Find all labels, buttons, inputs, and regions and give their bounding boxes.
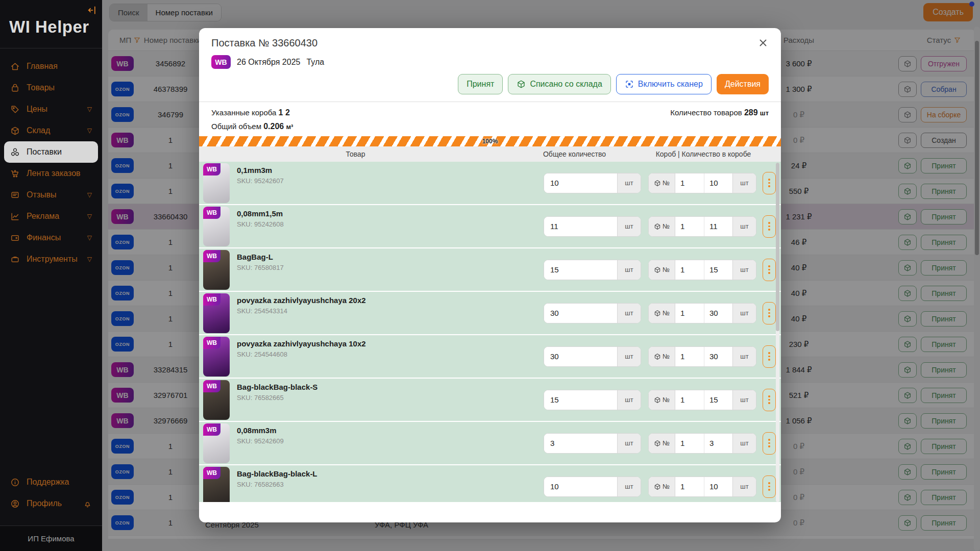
box-icon — [654, 180, 661, 187]
box-quantity-input[interactable] — [704, 173, 732, 193]
product-row: WB BagBag-L SKU: 76580817 шт № шт — [199, 248, 781, 292]
info-icon — [10, 478, 20, 487]
box-quantity-input[interactable] — [704, 434, 732, 453]
written-off-button[interactable]: Списано со склада — [508, 74, 610, 94]
box-icon — [654, 483, 661, 490]
sidebar-item-ads[interactable]: Реклама ▽ — [4, 206, 98, 227]
progress-bar: 100% — [199, 136, 781, 146]
sidebar-item-orders-feed[interactable]: Лента заказов — [4, 163, 98, 184]
chart-icon — [10, 212, 20, 221]
box-number-input[interactable] — [675, 260, 704, 280]
wb-badge: WB — [203, 423, 220, 436]
box-group: № шт — [648, 303, 756, 323]
wb-badge: WB — [203, 250, 220, 262]
box-number-input[interactable] — [675, 434, 704, 453]
box-number-label: № — [649, 390, 675, 410]
box-quantity-input[interactable] — [704, 390, 732, 410]
row-menu-button[interactable] — [763, 259, 776, 281]
product-thumbnail: WB — [203, 293, 230, 333]
quantity-input[interactable] — [544, 390, 617, 410]
box-number-input[interactable] — [675, 304, 704, 323]
sidebar-item-home[interactable]: Главная — [4, 56, 98, 77]
home-icon — [10, 62, 20, 71]
unit-label: шт — [617, 477, 641, 496]
row-menu-button[interactable] — [763, 475, 776, 498]
quantity-group: шт — [544, 390, 641, 410]
product-name: 0,08mm3m — [237, 426, 284, 435]
box-number-input[interactable] — [675, 347, 704, 366]
quantity-input[interactable] — [544, 477, 617, 496]
items-count-info: Количество товаров 289 шт — [670, 108, 769, 117]
row-menu-button[interactable] — [763, 432, 776, 455]
cart-icon — [10, 169, 20, 179]
box-number-input[interactable] — [675, 477, 704, 496]
box-quantity-input[interactable] — [704, 260, 732, 280]
row-menu-button[interactable] — [763, 302, 776, 324]
box-icon — [654, 310, 661, 317]
wb-badge: WB — [203, 207, 220, 219]
unit-label: шт — [732, 260, 756, 280]
sidebar-item-profile[interactable]: Профиль — [4, 493, 98, 514]
chevron-down-icon: ▽ — [87, 213, 92, 220]
box-number-input[interactable] — [675, 173, 704, 193]
box-group: № шт — [648, 390, 756, 410]
sidebar-item-warehouse[interactable]: Склад ▽ — [4, 120, 98, 141]
product-rows: WB 0,1mm3m SKU: 95242607 шт № шт WB 0,08… — [199, 162, 781, 502]
box-group: № шт — [648, 260, 756, 280]
quantity-input[interactable] — [544, 260, 617, 280]
sidebar-collapse-button[interactable] — [87, 5, 97, 15]
sidebar-item-support[interactable]: Поддержка — [4, 471, 98, 493]
product-sku: SKU: 254544608 — [237, 350, 366, 358]
unit-label: шт — [732, 304, 756, 323]
volume-info: Общий объем 0.206 м³ — [199, 122, 781, 131]
product-row: WB 0,08mm3m SKU: 95242609 шт № шт — [199, 422, 781, 465]
sidebar-item-reviews[interactable]: Отзывы ▽ — [4, 184, 98, 206]
quantity-input[interactable] — [544, 347, 617, 366]
sidebar-item-prices[interactable]: Цены ▽ — [4, 98, 98, 120]
product-name: Bag-blackBag-black-S — [237, 383, 317, 391]
sidebar-item-tools[interactable]: Инструменты ▽ — [4, 248, 98, 270]
sidebar-footer: Поддержка Профиль — [0, 471, 102, 514]
sidebar-item-products[interactable]: Товары — [4, 77, 98, 98]
row-menu-button[interactable] — [763, 389, 776, 411]
supply-date: 26 Октября 2025 — [237, 58, 300, 67]
row-menu-button[interactable] — [763, 345, 776, 368]
enable-scanner-button[interactable]: Включить сканер — [616, 74, 712, 94]
box-number-label: № — [649, 434, 675, 453]
box-group: № шт — [648, 173, 756, 193]
quantity-input[interactable] — [544, 173, 617, 193]
quantity-input[interactable] — [544, 217, 617, 236]
quantity-input[interactable] — [544, 304, 617, 323]
row-menu-button[interactable] — [763, 215, 776, 238]
quantity-group: шт — [544, 260, 641, 280]
quantity-input[interactable] — [544, 434, 617, 453]
row-menu-button[interactable] — [763, 172, 776, 194]
wb-badge: WB — [203, 163, 220, 176]
quantity-group: шт — [544, 346, 641, 367]
box-number-label: № — [649, 347, 675, 366]
box-quantity-input[interactable] — [704, 347, 732, 366]
box-quantity-input[interactable] — [704, 477, 732, 496]
column-product: Товар — [199, 150, 512, 158]
sidebar-item-finance[interactable]: Финансы ▽ — [4, 227, 98, 248]
actions-button[interactable]: Действия — [717, 74, 769, 94]
modal-scrollbar-thumb[interactable] — [776, 163, 779, 331]
sidebar-item-supplies[interactable]: Поставки — [4, 141, 98, 163]
close-button[interactable] — [757, 37, 769, 48]
product-thumbnail: WB — [203, 163, 230, 203]
product-sku: SKU: 95242609 — [237, 437, 284, 445]
product-name: 0,08mm1,5m — [237, 209, 284, 218]
modal-scrollbar[interactable] — [776, 163, 779, 502]
box-quantity-input[interactable] — [704, 217, 732, 236]
box-number-input[interactable] — [675, 217, 704, 236]
cube-icon — [10, 126, 20, 136]
wb-badge: WB — [203, 293, 220, 306]
chevron-down-icon: ▽ — [87, 106, 92, 113]
quantity-group: шт — [544, 173, 641, 193]
box-quantity-input[interactable] — [704, 304, 732, 323]
sidebar-divider — [0, 48, 102, 48]
bell-icon[interactable] — [83, 499, 92, 508]
box-number-input[interactable] — [675, 390, 704, 410]
accepted-button[interactable]: Принят — [458, 74, 503, 94]
sidebar-menu: Главная Товары Цены ▽ Склад ▽ Поставки Л… — [0, 56, 102, 270]
